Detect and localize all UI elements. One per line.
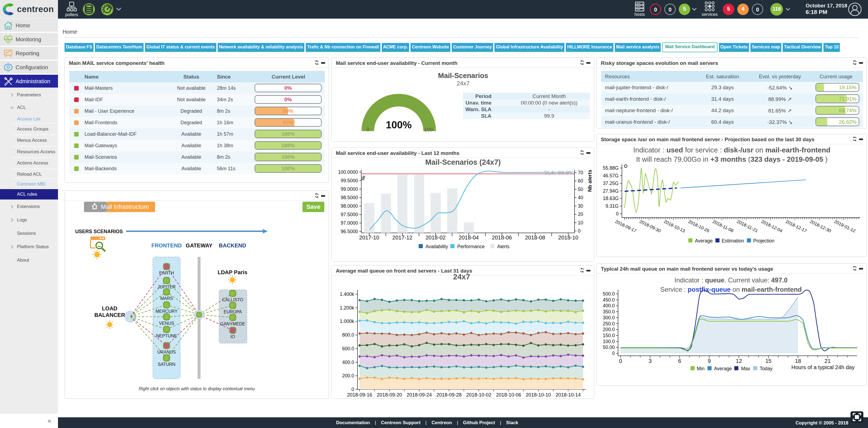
svg-text:Average: Average bbox=[695, 238, 713, 244]
svg-text:EARTH: EARTH bbox=[159, 270, 174, 275]
svg-text:15: 15 bbox=[766, 358, 772, 364]
svg-text:0: 0 bbox=[351, 387, 354, 392]
svg-text:Hours of a typical 24h day: Hours of a typical 24h day bbox=[792, 364, 855, 370]
svg-text:2018-10-02: 2018-10-02 bbox=[466, 392, 491, 398]
svg-text:2018-11-21: 2018-11-21 bbox=[736, 219, 759, 233]
svg-text:BALANCER: BALANCER bbox=[94, 312, 125, 318]
svg-text:99.0000: 99.0000 bbox=[341, 187, 358, 192]
svg-text:46.57G: 46.57G bbox=[603, 173, 619, 178]
svg-text:18: 18 bbox=[795, 358, 801, 364]
svg-text:2018-11-08: 2018-11-08 bbox=[712, 219, 735, 233]
svg-text:2018-08: 2018-08 bbox=[525, 234, 545, 240]
svg-text:SATURN: SATURN bbox=[158, 362, 176, 367]
svg-text:100.0: 100.0 bbox=[603, 339, 615, 344]
svg-text:150.0: 150.0 bbox=[603, 333, 615, 338]
svg-text:LDAP Paris: LDAP Paris bbox=[218, 269, 247, 275]
svg-text:2018-09-20: 2018-09-20 bbox=[377, 392, 402, 398]
svg-text:2018-09-16: 2018-09-16 bbox=[347, 392, 372, 398]
svg-text:GATEWAY: GATEWAY bbox=[186, 242, 213, 249]
svg-text:2018-09-28: 2018-09-28 bbox=[436, 392, 462, 398]
svg-text:2018-12-30: 2018-12-30 bbox=[809, 219, 832, 233]
svg-text:CALLISTO: CALLISTO bbox=[222, 297, 243, 302]
svg-text:IO: IO bbox=[230, 335, 235, 339]
svg-text:97.0000: 97.0000 bbox=[341, 220, 358, 226]
svg-text:2019-01-12: 2019-01-12 bbox=[834, 219, 857, 233]
svg-text:0: 0 bbox=[616, 211, 619, 217]
svg-text:NEPTUNE: NEPTUNE bbox=[156, 334, 177, 338]
svg-text:2018-10-14: 2018-10-14 bbox=[555, 392, 581, 398]
svg-text:99.5000: 99.5000 bbox=[341, 178, 358, 183]
svg-text:400.0: 400.0 bbox=[342, 360, 354, 365]
svg-text:20: 20 bbox=[578, 211, 583, 217]
svg-text:Nb alerts: Nb alerts bbox=[587, 170, 593, 192]
svg-text:400.0: 400.0 bbox=[603, 303, 615, 308]
svg-text:2018-09-24: 2018-09-24 bbox=[407, 392, 432, 398]
svg-text:2018-10-13: 2018-10-13 bbox=[663, 219, 686, 233]
svg-text:98.5000: 98.5000 bbox=[341, 195, 358, 200]
svg-text:Indicator : used for service :: Indicator : used for service : disk-/usr… bbox=[633, 146, 830, 154]
svg-text:2018-04: 2018-04 bbox=[459, 234, 478, 240]
svg-text:9: 9 bbox=[708, 358, 711, 364]
svg-text:96.5000: 96.5000 bbox=[341, 229, 358, 234]
svg-text:55.88G: 55.88G bbox=[603, 165, 619, 171]
svg-text:Alerts: Alerts bbox=[497, 244, 509, 249]
svg-text:6: 6 bbox=[678, 358, 681, 364]
svg-text:URANUS: URANUS bbox=[157, 350, 176, 354]
svg-text:2018-06: 2018-06 bbox=[492, 234, 512, 240]
svg-text:3: 3 bbox=[649, 358, 652, 364]
svg-text:0: 0 bbox=[619, 358, 622, 364]
svg-text:200.0: 200.0 bbox=[342, 373, 354, 378]
svg-text:100.0000: 100.0000 bbox=[338, 169, 358, 175]
svg-text:2018-10-06: 2018-10-06 bbox=[496, 392, 521, 398]
svg-text:98.0000: 98.0000 bbox=[341, 203, 358, 209]
svg-text:600.0: 600.0 bbox=[342, 346, 354, 351]
svg-text:Average: Average bbox=[714, 366, 732, 371]
svg-text:Estimation: Estimation bbox=[722, 238, 744, 244]
svg-text:Max: Max bbox=[741, 366, 750, 371]
svg-text:21: 21 bbox=[825, 358, 831, 364]
svg-text:1.200k: 1.200k bbox=[340, 305, 354, 311]
svg-text:2018-02: 2018-02 bbox=[426, 234, 445, 240]
svg-text:Service : postfix-queue on mai: Service : postfix-queue on mail-earth-fr… bbox=[660, 286, 802, 293]
svg-text:USERS SCENARIOS: USERS SCENARIOS bbox=[75, 229, 123, 234]
svg-text:2018-12-17: 2018-12-17 bbox=[785, 219, 808, 233]
svg-text:97.5000: 97.5000 bbox=[341, 212, 358, 217]
svg-text:MERCURY: MERCURY bbox=[156, 309, 178, 314]
svg-text:30: 30 bbox=[578, 203, 583, 209]
svg-text:40: 40 bbox=[578, 195, 583, 200]
svg-text:300.0: 300.0 bbox=[603, 315, 615, 320]
svg-text:0: 0 bbox=[578, 228, 581, 234]
svg-text:EUROPA: EUROPA bbox=[224, 310, 242, 314]
svg-text:500.0: 500.0 bbox=[603, 291, 615, 297]
svg-text:450.0: 450.0 bbox=[603, 297, 615, 303]
svg-text:2018-10-26: 2018-10-26 bbox=[687, 219, 711, 233]
svg-text:Indicator : queue. Current val: Indicator : queue. Current value: 497.0 bbox=[674, 276, 787, 284]
svg-text:VENUS: VENUS bbox=[159, 321, 174, 326]
svg-text:Today: Today bbox=[760, 366, 773, 371]
svg-text:12: 12 bbox=[736, 358, 742, 364]
svg-text:800.0: 800.0 bbox=[342, 332, 354, 338]
svg-text:2018-09-17: 2018-09-17 bbox=[615, 219, 638, 233]
svg-text:MARS: MARS bbox=[160, 296, 173, 301]
svg-text:0: 0 bbox=[612, 350, 615, 356]
svg-text:1.000k: 1.000k bbox=[340, 318, 354, 324]
svg-text:2018-10-10: 2018-10-10 bbox=[526, 392, 551, 398]
svg-text:18.63G: 18.63G bbox=[603, 196, 619, 201]
svg-text:Mail-Scenarios (24x7): Mail-Scenarios (24x7) bbox=[425, 158, 501, 166]
svg-text:250.0: 250.0 bbox=[603, 321, 615, 326]
svg-text:37.25G: 37.25G bbox=[603, 181, 619, 186]
svg-text:70: 70 bbox=[578, 170, 583, 175]
svg-text:2017-10: 2017-10 bbox=[359, 234, 379, 240]
svg-text:60: 60 bbox=[578, 178, 583, 183]
svg-text:Projection: Projection bbox=[753, 238, 774, 244]
svg-text:It will reach 79.00Go in +3 mo: It will reach 79.00Go in +3 months (323 … bbox=[636, 155, 828, 163]
svg-text:9.31G: 9.31G bbox=[606, 203, 619, 209]
svg-text:2018-09-30: 2018-09-30 bbox=[639, 219, 662, 233]
svg-text:27.94G: 27.94G bbox=[603, 188, 619, 194]
svg-text:LOAD: LOAD bbox=[102, 306, 118, 311]
svg-text:BACKEND: BACKEND bbox=[219, 242, 246, 249]
svg-text:GANYMEDE: GANYMEDE bbox=[220, 321, 245, 326]
svg-text:Availability: Availability bbox=[426, 244, 448, 249]
svg-text:Min: Min bbox=[697, 366, 705, 371]
svg-text:10: 10 bbox=[578, 220, 583, 226]
